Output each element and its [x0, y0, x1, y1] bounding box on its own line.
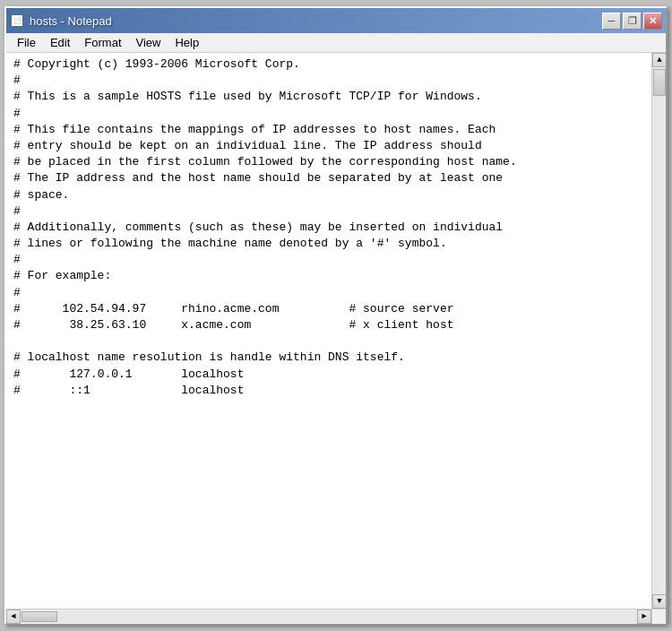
- content-area: # Copyright (c) 1993-2006 Microsoft Corp…: [6, 53, 666, 609]
- menu-edit[interactable]: Edit: [43, 34, 77, 51]
- scroll-up-button[interactable]: ▲: [652, 53, 666, 67]
- text-editor[interactable]: # Copyright (c) 1993-2006 Microsoft Corp…: [6, 53, 651, 609]
- menu-format[interactable]: Format: [77, 34, 128, 51]
- scroll-thumb-vertical[interactable]: [653, 69, 666, 96]
- title-bar-left: 📄 hosts - Notepad: [10, 13, 112, 28]
- notepad-icon: 📄: [10, 13, 24, 28]
- title-bar: 📄 hosts - Notepad ─ ❐ ✕: [6, 8, 666, 33]
- menu-view[interactable]: View: [129, 34, 168, 51]
- scroll-track-vertical[interactable]: [652, 67, 666, 594]
- restore-button[interactable]: ❐: [623, 13, 642, 30]
- window-title: hosts - Notepad: [30, 14, 112, 28]
- vertical-scrollbar: ▲ ▼: [651, 53, 666, 609]
- scroll-thumb-horizontal[interactable]: [22, 611, 57, 622]
- menu-bar: File Edit Format View Help: [6, 33, 666, 53]
- close-button[interactable]: ✕: [643, 13, 662, 30]
- bottom-bar: ◄ ►: [6, 609, 666, 623]
- scroll-track-horizontal[interactable]: [21, 610, 637, 623]
- horizontal-scrollbar: ◄ ►: [6, 609, 651, 624]
- menu-help[interactable]: Help: [168, 34, 206, 51]
- scroll-right-button[interactable]: ►: [637, 609, 651, 624]
- scrollbar-corner: [651, 609, 666, 624]
- scroll-down-button[interactable]: ▼: [652, 594, 666, 609]
- title-buttons: ─ ❐ ✕: [602, 13, 662, 30]
- scroll-left-button[interactable]: ◄: [6, 609, 21, 624]
- minimize-button[interactable]: ─: [602, 13, 621, 30]
- notepad-window: 📄 hosts - Notepad ─ ❐ ✕ File Edit Format…: [4, 6, 668, 625]
- menu-file[interactable]: File: [10, 34, 43, 51]
